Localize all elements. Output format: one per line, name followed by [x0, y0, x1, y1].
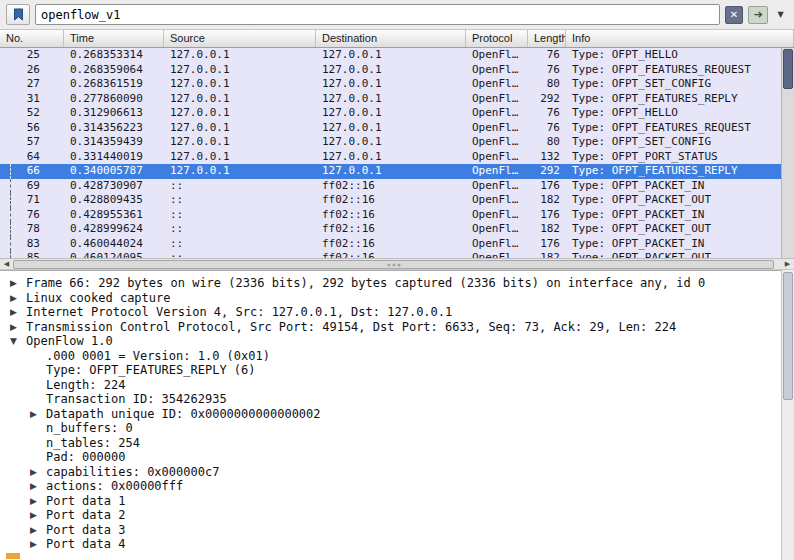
expand-arrow-icon[interactable]: ▶ — [8, 291, 26, 306]
expand-arrow-icon[interactable]: ▶ — [28, 465, 46, 480]
packet-number-cell: 76 — [0, 208, 64, 223]
detail-tree-row[interactable]: ▶ capabilities: 0x000000c7 — [0, 465, 781, 480]
detail-tree-row[interactable]: Transaction ID: 354262935 — [0, 392, 781, 407]
scrollbar-grip — [386, 263, 401, 266]
packet-number-cell: 69 — [0, 179, 64, 194]
packet-list-horizontal-scrollbar[interactable]: ◀ ▶ — [0, 258, 794, 270]
packet-row[interactable]: 26 0.268359064 127.0.0.1 127.0.0.1 OpenF… — [0, 63, 781, 78]
packet-row[interactable]: 56 0.314356223 127.0.0.1 127.0.0.1 OpenF… — [0, 121, 781, 136]
column-header-info[interactable]: Info — [566, 30, 794, 47]
packet-row[interactable]: 85 0.460124095 :: ff02::16 OpenFl… 182 T… — [0, 251, 781, 258]
packet-row[interactable]: 64 0.331440019 127.0.0.1 127.0.0.1 OpenF… — [0, 150, 781, 165]
packet-number-cell: 83 — [0, 237, 64, 252]
detail-tree-row[interactable]: .000 0001 = Version: 1.0 (0x01) — [0, 349, 781, 364]
packet-protocol-cell: OpenFl… — [466, 193, 528, 208]
detail-tree-row[interactable]: ▶ actions: 0x00000fff — [0, 479, 781, 494]
packet-source-cell: :: — [164, 251, 316, 258]
packet-row[interactable]: 57 0.314359439 127.0.0.1 127.0.0.1 OpenF… — [0, 135, 781, 150]
scroll-right-arrow-icon[interactable]: ▶ — [781, 259, 794, 270]
detail-tree-row[interactable]: ▶ Datapath unique ID: 0x0000000000000002 — [0, 407, 781, 422]
packet-length-cell: 182 — [528, 222, 566, 237]
packet-length-cell: 76 — [528, 48, 566, 63]
packet-time-cell: 0.428955361 — [64, 208, 164, 223]
detail-tree-row[interactable]: ▼ OpenFlow 1.0 — [0, 334, 781, 349]
expand-arrow-icon[interactable]: ▶ — [8, 305, 26, 320]
scrollbar-thumb[interactable] — [783, 49, 793, 89]
packet-length-cell: 176 — [528, 179, 566, 194]
apply-filter-button[interactable]: ➜ — [748, 6, 768, 24]
detail-tree-row[interactable]: Type: OFPT_FEATURES_REPLY (6) — [0, 363, 781, 378]
column-header-time[interactable]: Time — [64, 30, 164, 47]
expand-arrow-icon[interactable]: ▶ — [28, 494, 46, 509]
packet-time-cell: 0.428730907 — [64, 179, 164, 194]
detail-vertical-scrollbar[interactable] — [781, 270, 794, 560]
packet-row[interactable]: 27 0.268361519 127.0.0.1 127.0.0.1 OpenF… — [0, 77, 781, 92]
scrollbar-thumb[interactable] — [783, 272, 793, 400]
collapse-arrow-icon[interactable]: ▼ — [8, 334, 26, 349]
expand-arrow-icon[interactable]: ▶ — [28, 523, 46, 538]
expand-arrow-icon[interactable]: ▶ — [8, 276, 26, 291]
detail-tree-row[interactable]: ▶ Port data 3 — [0, 523, 781, 538]
scroll-left-arrow-icon[interactable]: ◀ — [0, 259, 13, 270]
packet-source-cell: 127.0.0.1 — [164, 106, 316, 121]
packet-row[interactable]: 83 0.460044024 :: ff02::16 OpenFl… 176 T… — [0, 237, 781, 252]
expand-arrow-icon[interactable]: ▶ — [8, 320, 26, 335]
column-header-len[interactable]: Length — [528, 30, 566, 47]
detail-tree-row[interactable]: n_buffers: 0 — [0, 421, 781, 436]
detail-text: Port data 1 — [46, 494, 125, 509]
column-header-src[interactable]: Source — [164, 30, 316, 47]
packet-time-cell: 0.314359439 — [64, 135, 164, 150]
packet-row[interactable]: 76 0.428955361 :: ff02::16 OpenFl… 176 T… — [0, 208, 781, 223]
packet-row[interactable]: 25 0.268353314 127.0.0.1 127.0.0.1 OpenF… — [0, 48, 781, 63]
packet-source-cell: 127.0.0.1 — [164, 92, 316, 107]
filter-bookmark-button[interactable] — [6, 4, 30, 25]
detail-tree-row[interactable]: ▶ Linux cooked capture — [0, 291, 781, 306]
detail-tree-row[interactable]: n_tables: 254 — [0, 436, 781, 451]
scrollbar-thumb[interactable] — [13, 260, 774, 269]
tree-indent — [28, 421, 46, 436]
packet-info-cell: Type: OFPT_PACKET_IN — [566, 208, 781, 223]
packet-destination-cell: 127.0.0.1 — [316, 92, 466, 107]
packet-number-cell: 25 — [0, 48, 64, 63]
detail-tree-row[interactable]: ▶ Internet Protocol Version 4, Src: 127.… — [0, 305, 781, 320]
packet-row[interactable]: 78 0.428999624 :: ff02::16 OpenFl… 182 T… — [0, 222, 781, 237]
packet-row[interactable]: 52 0.312906613 127.0.0.1 127.0.0.1 OpenF… — [0, 106, 781, 121]
packet-time-cell: 0.428999624 — [64, 222, 164, 237]
detail-tree-row[interactable]: ▶ Transmission Control Protocol, Src Por… — [0, 320, 781, 335]
detail-text: Transmission Control Protocol, Src Port:… — [26, 320, 676, 335]
packet-list: 25 0.268353314 127.0.0.1 127.0.0.1 OpenF… — [0, 48, 781, 258]
packet-length-cell: 182 — [528, 251, 566, 258]
expand-arrow-icon[interactable]: ▶ — [28, 508, 46, 523]
filter-history-dropdown-button[interactable]: ▼ — [773, 6, 788, 24]
detail-tree-row[interactable]: ▶ Frame 66: 292 bytes on wire (2336 bits… — [0, 276, 781, 291]
packet-list-vertical-scrollbar[interactable] — [781, 48, 794, 258]
packet-info-cell: Type: OFPT_FEATURES_REPLY — [566, 164, 781, 179]
packet-number-cell: 27 — [0, 77, 64, 92]
detail-tree-row[interactable]: Pad: 000000 — [0, 450, 781, 465]
packet-protocol-cell: OpenFl… — [466, 251, 528, 258]
packet-row[interactable]: 69 0.428730907 :: ff02::16 OpenFl… 176 T… — [0, 179, 781, 194]
column-header-no[interactable]: No. — [0, 30, 64, 47]
packet-protocol-cell: OpenFl… — [466, 63, 528, 78]
expand-arrow-icon[interactable]: ▶ — [28, 479, 46, 494]
detail-tree-row[interactable]: ▶ Port data 1 — [0, 494, 781, 509]
packet-info-cell: Type: OFPT_SET_CONFIG — [566, 77, 781, 92]
expand-arrow-icon[interactable]: ▶ — [28, 407, 46, 422]
clear-filter-button[interactable]: ✕ — [725, 6, 743, 24]
detail-tree-row[interactable]: ▶ Port data 4 — [0, 537, 781, 552]
detail-tree-row[interactable]: Length: 224 — [0, 378, 781, 393]
column-header-dst[interactable]: Destination — [316, 30, 466, 47]
packet-row[interactable]: 31 0.277860090 127.0.0.1 127.0.0.1 OpenF… — [0, 92, 781, 107]
close-icon: ✕ — [730, 9, 738, 20]
packet-info-cell: Type: OFPT_SET_CONFIG — [566, 135, 781, 150]
packet-row[interactable]: 66 0.340005787 127.0.0.1 127.0.0.1 OpenF… — [0, 164, 781, 179]
packet-row[interactable]: 71 0.428809435 :: ff02::16 OpenFl… 182 T… — [0, 193, 781, 208]
chevron-down-icon: ▼ — [777, 10, 783, 19]
packet-protocol-cell: OpenFl… — [466, 121, 528, 136]
detail-text: OpenFlow 1.0 — [26, 334, 113, 349]
column-header-proto[interactable]: Protocol — [466, 30, 528, 47]
expand-arrow-icon[interactable]: ▶ — [28, 537, 46, 552]
detail-tree-row[interactable]: ▶ Port data 2 — [0, 508, 781, 523]
packet-destination-cell: ff02::16 — [316, 222, 466, 237]
display-filter-input[interactable] — [35, 4, 720, 25]
